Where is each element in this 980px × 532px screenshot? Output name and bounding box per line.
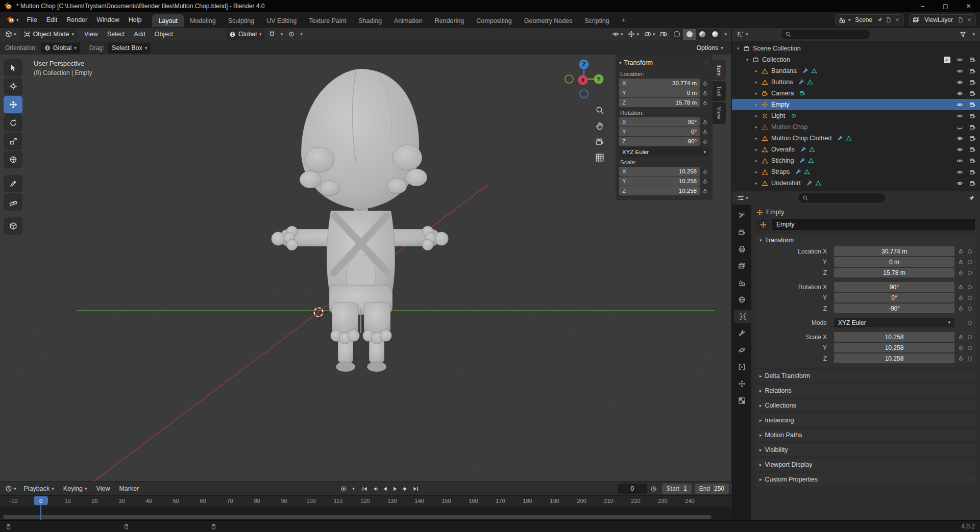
menu-item[interactable]: File [22, 12, 42, 28]
animate-dot[interactable] [967, 296, 973, 300]
workspace-tab[interactable]: Animation [388, 14, 429, 28]
value-field[interactable]: 10.258 [834, 343, 954, 352]
viewport-menu-item[interactable]: Select [103, 28, 130, 41]
jump-to-start-button[interactable] [360, 483, 370, 494]
play-reverse-button[interactable] [380, 483, 390, 494]
menu-item[interactable]: Edit [42, 12, 62, 28]
lock-icon[interactable] [957, 270, 965, 275]
tab-scene[interactable] [734, 276, 749, 289]
tool-move[interactable] [4, 96, 22, 113]
expand-arrow-icon[interactable]: ▸ [753, 102, 760, 107]
hide-eye-icon[interactable] [957, 124, 963, 131]
current-frame-field[interactable]: 0 [618, 484, 647, 494]
object-row[interactable]: ▸ Straps [732, 166, 980, 178]
value-field[interactable]: 10.258 [834, 332, 954, 342]
lock-icon[interactable] [701, 119, 709, 125]
lock-icon[interactable] [957, 248, 965, 254]
expand-arrow-icon[interactable]: ▾ [744, 57, 750, 62]
lock-icon[interactable] [701, 100, 709, 106]
animate-dot[interactable] [967, 357, 973, 361]
prev-keyframe-button[interactable] [370, 483, 380, 494]
timeline-menu-item[interactable]: Marker [114, 482, 143, 495]
disable-render-icon[interactable] [969, 180, 976, 187]
collection-checkbox[interactable]: ✓ [944, 57, 950, 63]
animate-dot[interactable] [967, 249, 973, 254]
animate-dot[interactable] [967, 307, 973, 311]
expand-arrow-icon[interactable]: ▸ [753, 68, 760, 73]
menu-item[interactable]: Window [92, 12, 124, 28]
shading-material-button[interactable] [696, 29, 708, 40]
play-button[interactable] [390, 483, 400, 494]
hide-eye-icon[interactable] [957, 57, 963, 63]
disable-render-icon[interactable] [969, 68, 976, 74]
lock-icon[interactable] [957, 306, 965, 311]
value-field[interactable]: XYZ Euler ▾ [834, 318, 954, 327]
collapsed-panel[interactable]: ▸ Custom Properties [755, 473, 976, 486]
editor-type-button[interactable]: ▾ [3, 483, 18, 494]
collapsed-panel[interactable]: ▸ Collections [755, 399, 976, 412]
sidebar-tab[interactable]: View [713, 102, 726, 124]
scene-collection-row[interactable]: ▾ Scene Collection [732, 43, 980, 54]
minimize-button[interactable]: – [911, 0, 934, 12]
tab-view-layer[interactable] [734, 259, 749, 272]
tool-cursor[interactable] [4, 78, 22, 95]
collapsed-panel[interactable]: ▸ Delta Transform [755, 370, 976, 382]
object-row[interactable]: ▸ Empty [732, 99, 980, 110]
object-row[interactable]: ▸ Stiching [732, 155, 980, 166]
object-row[interactable]: ▸ Camera [732, 88, 980, 99]
object-row[interactable]: ▸ Mutton Chop Clothed [732, 133, 980, 144]
disable-render-icon[interactable] [969, 113, 976, 119]
rotation-mode-dropdown[interactable]: XYZ Euler ▾ [619, 147, 709, 157]
workspace-tab[interactable]: Modeling [184, 14, 222, 28]
viewport-canvas[interactable]: User Perspective (0) Collection | Empty [0, 55, 732, 482]
workspace-tab[interactable]: Scripting [578, 14, 616, 28]
pin-icon[interactable] [877, 17, 883, 23]
viewport-menu-item[interactable]: View [80, 28, 103, 41]
timeline-menu-item[interactable]: View [92, 482, 115, 495]
collapsed-panel[interactable]: ▸ Instancing [755, 414, 976, 426]
disable-render-icon[interactable] [969, 135, 976, 142]
workspace-tab[interactable]: Compositing [470, 14, 518, 28]
tab-texture[interactable] [734, 394, 749, 407]
lock-icon[interactable] [701, 139, 709, 144]
disable-render-icon[interactable] [969, 57, 976, 63]
value-field[interactable]: 0° [834, 293, 954, 302]
object-row[interactable]: ▸ Undershirt [732, 178, 980, 189]
playhead-frame-badge[interactable]: 0 [34, 496, 48, 505]
hide-eye-icon[interactable] [957, 169, 963, 175]
expand-arrow-icon[interactable]: ▸ [753, 124, 760, 130]
value-field[interactable]: -90° [834, 303, 954, 313]
hide-eye-icon[interactable] [957, 90, 963, 97]
shading-solid-button[interactable] [683, 29, 696, 40]
drag-dropdown[interactable]: Select Box ▾ [108, 43, 151, 54]
rotation-field[interactable]: Z-90° [619, 137, 700, 146]
expand-arrow-icon[interactable]: ▸ [753, 91, 760, 96]
workspace-tab[interactable]: Texture Paint [303, 14, 352, 28]
viewport-menu-item[interactable]: Add [130, 28, 150, 41]
animate-dot[interactable] [967, 346, 973, 350]
hide-eye-icon[interactable] [957, 113, 963, 119]
lock-icon[interactable] [701, 169, 709, 174]
timeline-menu-item[interactable]: Playback▾ [19, 482, 59, 495]
expand-arrow-icon[interactable]: ▸ [753, 158, 760, 163]
scene-selector[interactable]: ▾ Scene [835, 14, 904, 26]
mode-dropdown[interactable]: Object Mode▾ [20, 29, 78, 40]
editor-type-button[interactable]: ▾ [3, 29, 18, 40]
timeline-track[interactable] [0, 506, 732, 520]
hide-eye-icon[interactable] [957, 180, 963, 187]
drag-grip-icon[interactable]: ∷ [705, 60, 709, 66]
object-name-field[interactable]: Empty [772, 219, 975, 230]
timeline-menu-item[interactable]: Keying▾ [59, 482, 92, 495]
workspace-tab[interactable]: Sculpting [222, 14, 260, 28]
proportional-falloff-dropdown[interactable]: ▾ [298, 29, 305, 40]
shading-wireframe-button[interactable] [670, 29, 683, 40]
value-field[interactable]: 90° [834, 282, 954, 292]
tab-modifiers[interactable] [734, 326, 749, 340]
ortho-toggle-button[interactable] [595, 153, 604, 162]
lock-icon[interactable] [701, 129, 709, 135]
animate-dot[interactable] [967, 271, 973, 275]
tab-physics[interactable] [734, 343, 749, 357]
hide-eye-icon[interactable] [957, 79, 963, 86]
tab-object[interactable] [734, 310, 751, 323]
disable-render-icon[interactable] [969, 124, 976, 131]
